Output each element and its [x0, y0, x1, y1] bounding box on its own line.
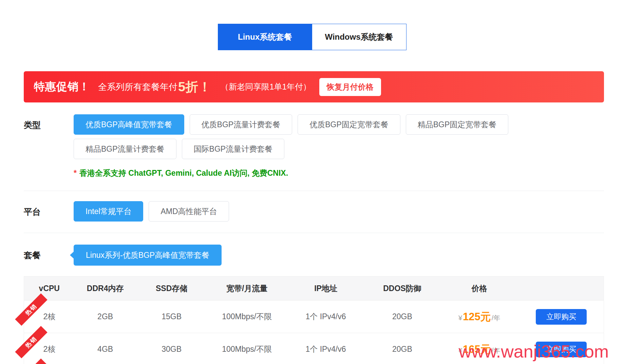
section-divider: [24, 191, 604, 191]
cell-price: ¥ 125元 /年: [440, 310, 519, 324]
cell-ddos: 20GB: [365, 345, 439, 354]
plan-table-header: vCPU DDR4内存 SSD存储 宽带/月流量 IP地址 DDOS防御 价格: [24, 276, 604, 300]
type-filter-label: 类型: [24, 114, 74, 178]
platform-filter-label: 平台: [24, 201, 74, 222]
header-bandwidth: 宽带/月流量: [207, 283, 287, 294]
platform-option-amd[interactable]: AMD高性能平台: [149, 201, 229, 222]
cell-ddos: 20GB: [365, 312, 439, 321]
cell-bandwidth: 100Mbps/不限: [207, 344, 287, 355]
type-filter-row-2: 精品BGP流量计费套餐 国际BGP流量计费套餐: [74, 139, 508, 159]
selected-package-text: Linux系列-优质BGP高峰值宽带套餐: [86, 250, 209, 261]
price-period: /年: [492, 313, 500, 323]
promo-title: 特惠促销！: [34, 79, 90, 94]
type-option-premium-bgp-traffic-billing[interactable]: 精品BGP流量计费套餐: [74, 139, 176, 159]
ai-support-note-text: 香港全系支持 ChatGPT, Gemini, Calude AI访问, 免费C…: [79, 169, 288, 177]
header-ssd: SSD存储: [136, 283, 207, 294]
type-option-bgp-fixed-bandwidth[interactable]: 优质BGP固定宽带套餐: [298, 114, 400, 135]
package-label: 套餐: [24, 245, 74, 266]
promo-discount: 5折！: [178, 78, 211, 96]
tab-windows[interactable]: Windows系统套餐: [312, 24, 406, 50]
type-option-premium-bgp-fixed-bandwidth[interactable]: 精品BGP固定宽带套餐: [406, 114, 509, 135]
price-value: 125元: [463, 310, 491, 324]
cell-ram: 2GB: [75, 312, 136, 321]
cell-ssd: 15GB: [136, 312, 207, 321]
cell-bandwidth: 100Mbps/不限: [207, 311, 287, 322]
promo-banner: 特惠促销！ 全系列所有套餐年付 5折！ （新老同享限1单1年付） 恢复月付价格: [24, 71, 604, 102]
header-ip: IP地址: [287, 283, 365, 294]
platform-option-intel[interactable]: Intel常规平台: [74, 201, 143, 222]
type-option-international-bgp-traffic-billing[interactable]: 国际BGP流量计费套餐: [182, 139, 285, 159]
required-asterisk: *: [74, 169, 77, 177]
restore-monthly-price-button[interactable]: 恢复月付价格: [319, 78, 381, 96]
selected-package-button[interactable]: Linux系列-优质BGP高峰值宽带套餐: [74, 245, 222, 266]
cell-ram: 4GB: [75, 345, 136, 354]
os-tab-group: Linux系统套餐 Windows系统套餐: [218, 24, 406, 50]
type-filter-row-1: 优质BGP高峰值宽带套餐 优质BGP流量计费套餐 优质BGP固定宽带套餐 精品B…: [74, 114, 508, 135]
platform-filter-section: 平台 Intel常规平台 AMD高性能平台: [24, 201, 604, 222]
cell-ssd: 30GB: [136, 345, 207, 354]
site-watermark: www.wanji365.com: [459, 341, 609, 362]
buy-now-button[interactable]: 立即购买: [536, 309, 587, 325]
promo-note: （新老同享限1单1年付）: [221, 81, 311, 92]
header-ddos: DDOS防御: [365, 283, 439, 294]
ai-support-note: *香港全系支持 ChatGPT, Gemini, Calude AI访问, 免费…: [74, 168, 508, 178]
package-section: 套餐 Linux系列-优质BGP高峰值宽带套餐: [24, 245, 604, 266]
type-filter-options: 优质BGP高峰值宽带套餐 优质BGP流量计费套餐 优质BGP固定宽带套餐 精品B…: [74, 114, 508, 178]
currency-symbol: ¥: [458, 314, 462, 322]
header-ram: DDR4内存: [75, 283, 136, 294]
type-filter-section: 类型 优质BGP高峰值宽带套餐 优质BGP流量计费套餐 优质BGP固定宽带套餐 …: [24, 114, 604, 178]
header-vcpu: vCPU: [24, 284, 75, 293]
arrow-left-icon: [70, 251, 74, 259]
cell-ip: 1个 IPv4/v6: [287, 311, 365, 322]
table-row: 热销 2核 2GB 15GB 100Mbps/不限 1个 IPv4/v6 20G…: [24, 300, 604, 333]
section-divider: [24, 233, 604, 233]
tab-linux[interactable]: Linux系统套餐: [218, 24, 312, 50]
promo-desc: 全系列所有套餐年付: [98, 81, 177, 93]
type-option-bgp-peak-bandwidth[interactable]: 优质BGP高峰值宽带套餐: [74, 114, 184, 135]
header-price: 价格: [440, 283, 519, 294]
platform-filter-options: Intel常规平台 AMD高性能平台: [74, 201, 229, 222]
pricing-page: Linux系统套餐 Windows系统套餐 特惠促销！ 全系列所有套餐年付 5折…: [0, 0, 624, 364]
type-option-bgp-traffic-billing[interactable]: 优质BGP流量计费套餐: [190, 114, 292, 135]
cell-ip: 1个 IPv4/v6: [287, 344, 365, 355]
